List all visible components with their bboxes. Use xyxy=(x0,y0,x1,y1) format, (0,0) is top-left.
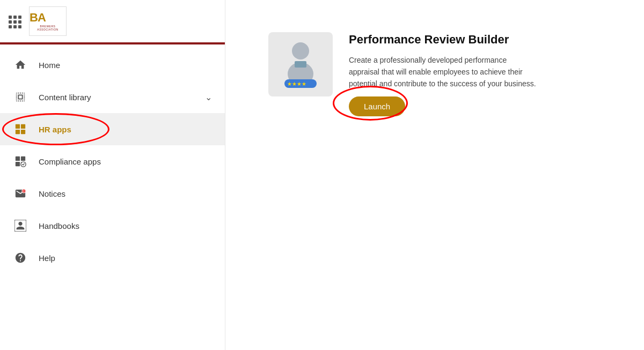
svg-point-12 xyxy=(292,42,309,59)
sidebar-item-handbooks-label: Handbooks xyxy=(39,221,212,230)
main-content: ★★★★ Performance Review Builder Create a… xyxy=(225,0,644,350)
logo-sub: BREWERS ASSOCIATION xyxy=(30,25,66,31)
card-title: Performance Review Builder xyxy=(349,32,537,48)
sidebar-item-help[interactable]: Help xyxy=(0,242,225,274)
svg-text:★★★★: ★★★★ xyxy=(287,81,306,87)
launch-button[interactable]: Launch xyxy=(349,96,405,116)
sidebar-item-compliance-apps[interactable]: Compliance apps xyxy=(0,145,225,177)
sidebar-item-hr-apps[interactable]: HR apps xyxy=(0,113,225,145)
home-icon xyxy=(13,57,28,72)
sidebar-item-home-label: Home xyxy=(39,61,212,70)
svg-rect-0 xyxy=(16,124,20,129)
content-library-icon xyxy=(13,90,28,105)
card-info: Performance Review Builder Create a prof… xyxy=(349,32,537,116)
svg-rect-14 xyxy=(295,61,306,68)
person-illustration: ★★★★ xyxy=(276,38,325,91)
svg-rect-1 xyxy=(21,124,25,129)
svg-rect-4 xyxy=(16,157,20,161)
sidebar-nav: Home Content library ⌄ HR apps xyxy=(0,44,225,278)
sidebar-item-content-library[interactable]: Content library ⌄ xyxy=(0,81,225,113)
logo-text: BA xyxy=(30,12,66,24)
hr-apps-icon xyxy=(13,122,28,137)
launch-button-wrapper: Launch xyxy=(349,96,537,116)
sidebar-item-content-library-label: Content library xyxy=(39,93,194,102)
sidebar-item-help-label: Help xyxy=(39,254,212,263)
card: ★★★★ Performance Review Builder Create a… xyxy=(268,32,537,116)
sidebar-item-home[interactable]: Home xyxy=(0,49,225,81)
svg-rect-2 xyxy=(16,130,20,134)
svg-text:!: ! xyxy=(23,190,24,193)
sidebar-item-notices-label: Notices xyxy=(39,189,212,198)
svg-point-9 xyxy=(22,189,26,193)
compliance-apps-icon xyxy=(13,154,28,169)
sidebar-item-notices[interactable]: ! Notices xyxy=(0,177,225,210)
sidebar-item-compliance-apps-label: Compliance apps xyxy=(39,157,212,166)
svg-rect-3 xyxy=(21,130,25,134)
sidebar-item-handbooks[interactable]: Handbooks xyxy=(0,210,225,242)
help-icon xyxy=(13,250,28,265)
card-image: ★★★★ xyxy=(268,32,333,96)
sidebar: BA BREWERS ASSOCIATION Home Content libr… xyxy=(0,0,225,350)
notices-icon: ! xyxy=(13,186,28,201)
chevron-down-icon: ⌄ xyxy=(205,92,212,102)
svg-rect-6 xyxy=(16,162,20,166)
handbooks-icon xyxy=(13,218,28,233)
sidebar-header: BA BREWERS ASSOCIATION xyxy=(0,0,225,44)
card-description: Create a professionally developed perfor… xyxy=(349,54,537,90)
grid-menu-icon[interactable] xyxy=(9,16,20,27)
logo: BA BREWERS ASSOCIATION xyxy=(29,6,67,36)
svg-rect-5 xyxy=(21,157,25,161)
sidebar-item-hr-apps-label: HR apps xyxy=(39,125,212,134)
